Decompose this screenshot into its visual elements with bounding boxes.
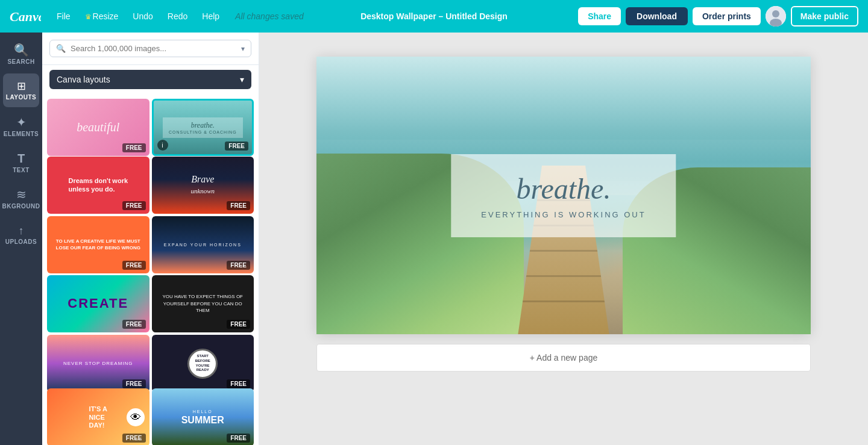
sidebar: 🔍 SEARCH ⊞ LAYOUTS ✦ ELEMENTS T TEXT ≋ B…: [0, 33, 42, 445]
sidebar-item-uploads-label: UPLOADS: [5, 238, 37, 245]
template-text-main: breathe.: [169, 121, 237, 130]
template-start-ready[interactable]: STARTBEFOREYOU'REREADY FREE: [152, 335, 254, 392]
template-breathe[interactable]: breathe. CONSULTING & COACHING i FREE: [152, 99, 254, 156]
crown-icon: ♛: [85, 13, 92, 21]
sidebar-item-search-label: SEARCH: [7, 58, 34, 65]
template-create[interactable]: CREATE FREE: [47, 275, 149, 332]
template-text: CREATE: [68, 296, 128, 311]
canvas-sub-text: EVERYTHING IS WORKING OUT: [481, 210, 646, 219]
template-text: hello SUMMER: [181, 409, 224, 426]
canvas[interactable]: breathe. EVERYTHING IS WORKING OUT: [316, 57, 811, 334]
sidebar-item-elements[interactable]: ✦ ELEMENTS: [3, 110, 39, 143]
chevron-down-icon[interactable]: ▾: [241, 45, 245, 53]
add-page-button[interactable]: + Add a new page: [316, 344, 811, 372]
avatar[interactable]: [766, 6, 786, 26]
template-mountains[interactable]: NEVER STOP DREAMING FREE: [47, 335, 149, 392]
file-menu[interactable]: File: [53, 9, 74, 23]
resize-menu[interactable]: ♛Resize: [81, 9, 122, 23]
text-icon: T: [17, 152, 25, 164]
free-badge: FREE: [122, 320, 146, 329]
layouts-icon: ⊞: [17, 81, 26, 92]
free-badge: FREE: [122, 379, 146, 388]
search-icon: 🔍: [56, 44, 66, 53]
canvas-area: breathe. EVERYTHING IS WORKING OUT 1 ⧉ 🗑…: [259, 33, 868, 445]
share-button[interactable]: Share: [578, 7, 621, 25]
search-input[interactable]: [71, 44, 236, 53]
main-layout: 🔍 SEARCH ⊞ LAYOUTS ✦ ELEMENTS T TEXT ≋ B…: [0, 33, 868, 445]
template-text: TO LIVE A CREATIVE LIFE WE MUST LOSE OUR…: [49, 236, 147, 254]
free-badge: FREE: [227, 320, 250, 329]
free-badge: FREE: [225, 142, 248, 151]
free-badge: FREE: [122, 143, 146, 152]
filter-chevron-icon: ▾: [240, 75, 244, 84]
template-summer[interactable]: hello SUMMER FREE: [152, 388, 254, 445]
template-text: NEVER STOP DREAMING: [63, 361, 133, 366]
template-text: YOU HAVE TO EXPECT THINGS OF YOURSELF BE…: [157, 290, 250, 317]
template-text: Dreams don't workunless you do.: [63, 172, 133, 199]
canvas-wrapper: breathe. EVERYTHING IS WORKING OUT 1 ⧉ 🗑…: [316, 57, 811, 372]
sidebar-item-text[interactable]: T TEXT: [3, 146, 39, 179]
template-creative[interactable]: TO LIVE A CREATIVE LIFE WE MUST LOSE OUR…: [47, 216, 149, 273]
help-menu[interactable]: Help: [198, 9, 223, 23]
template-dreams[interactable]: Dreams don't workunless you do. FREE: [47, 157, 149, 214]
template-beautiful[interactable]: beautiful FREE: [47, 99, 149, 156]
free-badge: FREE: [122, 261, 146, 270]
topbar-actions: Share Download Order prints Make public: [578, 6, 858, 26]
saved-status: All changes saved: [235, 11, 304, 21]
free-badge: FREE: [227, 434, 250, 443]
template-text: Braveunknown: [190, 174, 215, 196]
template-text-sub: CONSULTING & COACHING: [169, 130, 237, 134]
template-text: IT'S ANICEDAY!: [86, 402, 111, 433]
svg-point-2: [772, 10, 779, 17]
sidebar-item-search[interactable]: 🔍 SEARCH: [3, 37, 39, 71]
sidebar-item-background-label: BKGROUND: [2, 203, 40, 210]
elements-icon: ✦: [16, 116, 27, 128]
search-wrapper: 🔍 ▾: [49, 40, 251, 57]
panel-search-area: 🔍 ▾: [42, 33, 259, 65]
template-text: beautiful: [77, 120, 119, 134]
layouts-panel: 🔍 ▾ Canva layouts ▾ beautiful FREE breat…: [42, 33, 259, 445]
template-overlay: breathe. CONSULTING & COACHING: [163, 117, 243, 138]
undo-button[interactable]: Undo: [129, 9, 156, 23]
free-badge: FREE: [122, 434, 146, 443]
filter-select[interactable]: Canva layouts ▾: [49, 70, 251, 89]
template-horizons[interactable]: EXPAND YOUR HORIZONS FREE: [152, 216, 254, 273]
download-button[interactable]: Download: [626, 7, 688, 25]
sidebar-item-layouts[interactable]: ⊞ LAYOUTS: [3, 73, 39, 107]
templates-grid: beautiful FREE breathe. CONSULTING & COA…: [42, 94, 259, 445]
template-brave[interactable]: Braveunknown FREE: [152, 157, 254, 214]
template-expect[interactable]: YOU HAVE TO EXPECT THINGS OF YOURSELF BE…: [152, 275, 254, 332]
free-badge: FREE: [122, 201, 146, 210]
sidebar-item-uploads[interactable]: ↑ UPLOADS: [3, 218, 39, 252]
sidebar-item-elements-label: ELEMENTS: [4, 131, 39, 137]
document-title: Desktop Wallpaper – Untitled Design: [360, 11, 508, 21]
order-prints-button[interactable]: Order prints: [693, 7, 761, 25]
make-public-button[interactable]: Make public: [791, 6, 858, 26]
canvas-text-overlay[interactable]: breathe. EVERYTHING IS WORKING OUT: [451, 154, 676, 237]
uploads-icon: ↑: [19, 225, 24, 236]
redo-button[interactable]: Redo: [164, 9, 191, 23]
background-icon: ≋: [16, 188, 27, 201]
plank-5: [509, 300, 618, 302]
canva-logo[interactable]: Canva: [10, 8, 41, 25]
template-text: EXPAND YOUR HORIZONS: [164, 243, 242, 247]
svg-text:Canva: Canva: [10, 9, 41, 24]
filter-label: Canva layouts: [57, 75, 110, 84]
free-badge: FREE: [227, 261, 250, 270]
info-icon[interactable]: i: [157, 140, 168, 151]
filter-bar: Canva layouts ▾: [42, 65, 259, 94]
template-text: STARTBEFOREYOU'REREADY: [193, 352, 213, 375]
canvas-main-text: breathe.: [481, 172, 646, 205]
search-icon: 🔍: [14, 44, 29, 56]
free-badge: FREE: [227, 379, 250, 388]
sidebar-item-background[interactable]: ≋ BKGROUND: [3, 182, 39, 216]
topbar: Canva File ♛Resize Undo Redo Help All ch…: [0, 0, 868, 33]
sidebar-item-layouts-label: LAYOUTS: [6, 94, 36, 101]
template-nice-day[interactable]: IT'S ANICEDAY! 👁 FREE: [47, 388, 149, 445]
template-circle: STARTBEFOREYOU'REREADY: [187, 349, 218, 379]
sidebar-item-text-label: TEXT: [13, 167, 30, 173]
template-icon: 👁: [127, 408, 145, 426]
free-badge: FREE: [227, 201, 250, 210]
